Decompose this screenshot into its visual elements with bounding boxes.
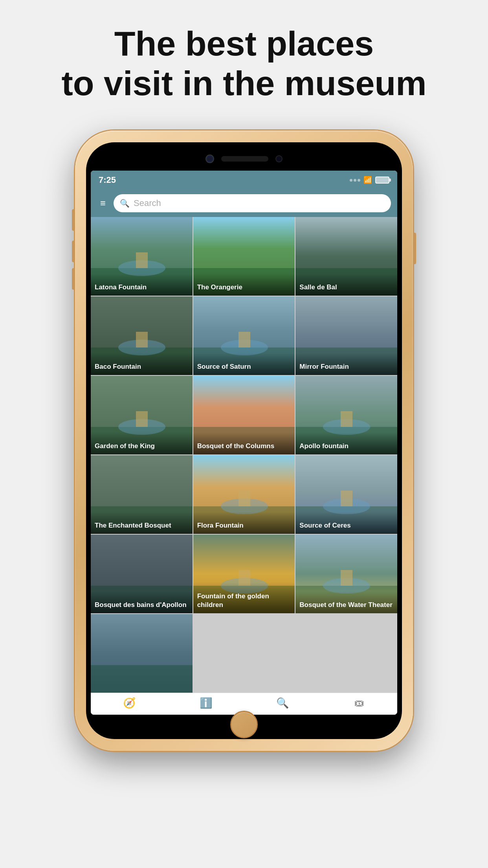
svg-rect-7	[136, 332, 148, 348]
grid-item-label-orangerie: The Orangerie	[193, 274, 295, 296]
status-time: 7:25	[99, 175, 116, 185]
grid-item-mirror[interactable]: Mirror Fountain	[295, 296, 397, 375]
grid-item-label-flora: Flora Fountain	[193, 512, 295, 534]
grid-item-label-baco: Baco Fountain	[91, 353, 193, 375]
tab-icon-search: 🔍	[276, 697, 289, 709]
search-bar[interactable]: 🔍 Search	[114, 194, 391, 212]
grid-item-flora[interactable]: Flora Fountain	[193, 455, 295, 534]
grid-item-garden[interactable]: Garden of the King	[91, 376, 193, 454]
tab-item-map[interactable]: 🧭	[91, 697, 167, 709]
hamburger-menu-button[interactable]: ≡	[97, 197, 109, 210]
svg-rect-25	[341, 491, 352, 506]
search-placeholder-text: Search	[134, 198, 161, 208]
home-button[interactable]	[230, 711, 258, 738]
signal-dots	[350, 179, 360, 182]
grid-item-salle[interactable]: Salle de Bal	[295, 217, 397, 296]
grid-item-saturn[interactable]: Source of Saturn	[193, 296, 295, 375]
grid-item-label-salle: Salle de Bal	[295, 274, 397, 296]
tab-item-info[interactable]: ℹ️	[167, 697, 244, 709]
grid-item-bosquet-ap[interactable]: Bosquet des bains d'Apollon	[91, 535, 193, 613]
battery-icon	[375, 177, 389, 184]
tab-icon-map: 🧭	[123, 697, 136, 709]
grid-item-orangerie[interactable]: The Orangerie	[193, 217, 295, 296]
grid-item-label-golden: Fountain of the golden children	[193, 583, 295, 613]
grid-item-label-bosquet-col: Bosquet of the Columns	[193, 432, 295, 454]
grid-item-label-apollo: Apollo fountain	[295, 432, 397, 454]
svg-rect-10	[238, 332, 250, 348]
phone-bottom	[91, 715, 397, 734]
grid-item-label-saturn: Source of Saturn	[193, 353, 295, 375]
grid-item-golden[interactable]: Fountain of the golden children	[193, 535, 295, 613]
phone-top-bar	[91, 147, 397, 171]
grid-item-baco[interactable]: Baco Fountain	[91, 296, 193, 375]
phone-screen: 7:25 📶 ≡ 🔍	[91, 171, 397, 715]
grid-item-label-bosquet-ap: Bosquet des bains d'Apollon	[91, 591, 193, 613]
grid-item-apollo[interactable]: Apollo fountain	[295, 376, 397, 454]
search-icon: 🔍	[120, 199, 130, 208]
svg-rect-32	[341, 570, 352, 586]
svg-rect-2	[136, 252, 148, 268]
tab-icon-ticket: 🎟	[354, 697, 364, 709]
grid-item-label-water: Bosquet of the Water Theater	[295, 591, 397, 613]
signal-dot-3	[358, 179, 360, 182]
signal-dot-1	[350, 179, 352, 182]
tab-item-search[interactable]: 🔍	[244, 697, 321, 709]
grid-item-label-mirror: Mirror Fountain	[295, 353, 397, 375]
grid-item-ceres[interactable]: Source of Ceres	[295, 455, 397, 534]
status-icons: 📶	[350, 176, 389, 184]
grid-item-label-latona: Latona Fountain	[91, 274, 193, 296]
phone-mockup: 7:25 📶 ≡ 🔍	[75, 131, 413, 751]
speaker-grill	[221, 156, 268, 162]
grid-item-label-ceres: Source of Ceres	[295, 512, 397, 534]
page-headline: The best places to visit in the museum	[46, 0, 442, 119]
grid-item-enchanted[interactable]: The Enchanted Bosquet	[91, 455, 193, 534]
svg-rect-22	[238, 491, 250, 506]
tab-item-ticket[interactable]: 🎟	[321, 697, 397, 709]
nav-bar: ≡ 🔍 Search	[91, 189, 397, 217]
front-camera	[276, 156, 282, 162]
grid-item-label-garden: Garden of the King	[91, 432, 193, 454]
grid-item-latona[interactable]: Latona Fountain	[91, 217, 193, 296]
grid-item-water[interactable]: Bosquet of the Water Theater	[295, 535, 397, 613]
svg-rect-33	[91, 665, 193, 693]
camera-dot	[206, 155, 213, 162]
wifi-icon: 📶	[363, 176, 372, 184]
places-grid: Latona FountainThe OrangerieSalle de Bal…	[91, 217, 397, 693]
svg-rect-14	[136, 411, 148, 427]
grid-item-extra1[interactable]	[91, 614, 193, 693]
grid-item-label-enchanted: The Enchanted Bosquet	[91, 512, 193, 534]
svg-rect-18	[341, 411, 352, 427]
status-bar: 7:25 📶	[91, 171, 397, 189]
grid-item-bosquet-col[interactable]: Bosquet of the Columns	[193, 376, 295, 454]
tab-icon-info: ℹ️	[200, 697, 212, 709]
signal-dot-2	[354, 179, 356, 182]
